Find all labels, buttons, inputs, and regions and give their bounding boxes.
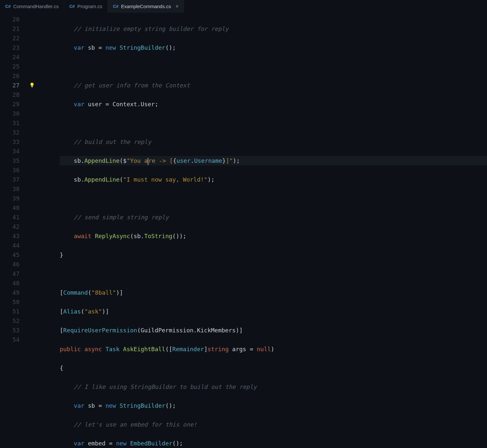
code-line[interactable]: // build out the reply	[60, 137, 487, 147]
line-number: 43	[0, 231, 19, 241]
line-number-gutter: 2021222324252627282930313233343536373839…	[0, 13, 29, 448]
code-line[interactable]: var sb = new StringBuilder();	[60, 401, 487, 410]
code-line[interactable]: // I like using StringBuilder to build o…	[60, 382, 487, 391]
csharp-icon: C#	[69, 4, 75, 9]
line-number: 20	[0, 15, 19, 24]
tab-command-handler[interactable]: C# CommandHandler.cs	[0, 0, 64, 13]
code-line[interactable]: {	[60, 363, 487, 373]
line-number: 49	[0, 288, 19, 297]
line-number: 53	[0, 326, 19, 335]
line-number: 27	[0, 81, 19, 90]
line-number: 33	[0, 137, 19, 147]
line-number: 24	[0, 52, 19, 62]
glyph-margin: 💡	[29, 13, 35, 448]
line-number: 47	[0, 269, 19, 278]
code-line[interactable]: // send simple string reply	[60, 212, 487, 222]
code-line[interactable]: [RequireUserPermission(GuildPermission.K…	[60, 326, 487, 335]
code-area[interactable]: // initialize empty string builder for r…	[35, 13, 487, 448]
code-line[interactable]: await ReplyAsync(sb.ToString());	[60, 231, 487, 241]
line-number: 23	[0, 43, 19, 52]
code-line[interactable]: [Alias("ask")]	[60, 307, 487, 316]
line-number: 32	[0, 128, 19, 137]
line-number: 28	[0, 90, 19, 99]
code-line[interactable]: // get user info from the Context	[60, 81, 487, 90]
code-line[interactable]: // initialize empty string builder for r…	[60, 24, 487, 33]
code-line[interactable]	[60, 269, 487, 278]
tab-label: CommandHandler.cs	[13, 4, 59, 9]
line-number: 30	[0, 109, 19, 118]
line-number: 52	[0, 316, 19, 326]
code-line[interactable]: [Command("8ball")]	[60, 288, 487, 297]
code-line[interactable]: }	[60, 250, 487, 260]
code-line[interactable]: var sb = new StringBuilder();	[60, 43, 487, 52]
line-number: 26	[0, 71, 19, 81]
line-number: 21	[0, 24, 19, 33]
line-number: 29	[0, 99, 19, 109]
close-icon[interactable]: ×	[176, 4, 179, 9]
code-line[interactable]: var embed = new EmbedBuilder();	[60, 439, 487, 448]
line-number: 50	[0, 297, 19, 307]
line-number: 34	[0, 147, 19, 156]
line-number: 36	[0, 165, 19, 175]
line-number: 25	[0, 62, 19, 71]
line-number: 31	[0, 118, 19, 128]
line-number: 51	[0, 307, 19, 316]
line-number: 38	[0, 184, 19, 194]
line-number: 54	[0, 335, 19, 344]
line-number: 44	[0, 241, 19, 250]
code-line[interactable]	[60, 62, 487, 71]
line-number: 46	[0, 260, 19, 269]
tab-bar: C# CommandHandler.cs C# Program.cs C# Ex…	[0, 0, 487, 13]
line-number: 41	[0, 212, 19, 222]
line-number: 39	[0, 194, 19, 203]
tab-label: ExampleCommands.cs	[121, 4, 171, 9]
line-number: 48	[0, 278, 19, 288]
line-number: 42	[0, 222, 19, 231]
line-number: 22	[0, 33, 19, 43]
text-cursor	[148, 158, 148, 165]
editor[interactable]: 2021222324252627282930313233343536373839…	[0, 13, 487, 448]
lightbulb-icon[interactable]: 💡	[29, 81, 35, 90]
line-number: 35	[0, 156, 19, 165]
csharp-icon: C#	[5, 4, 11, 9]
code-line[interactable]: public async Task AskEightBall([Remainde…	[60, 344, 487, 354]
line-number: 45	[0, 250, 19, 260]
tab-program[interactable]: C# Program.cs	[64, 0, 108, 13]
tab-label: Program.cs	[77, 4, 102, 9]
code-line[interactable]: sb.AppendLine("I must now say, World!");	[60, 175, 487, 184]
code-line[interactable]: // let's use an embed for this one!	[60, 420, 487, 429]
csharp-icon: C#	[113, 4, 119, 9]
code-line[interactable]	[60, 118, 487, 128]
line-number: 37	[0, 175, 19, 184]
tab-example-commands[interactable]: C# ExampleCommands.cs ×	[108, 0, 184, 13]
code-line[interactable]: var user = Context.User;	[60, 99, 487, 109]
code-line-active[interactable]: sb.AppendLine($"You are -> [{user.Userna…	[60, 156, 487, 165]
code-line[interactable]	[60, 194, 487, 203]
line-number: 40	[0, 203, 19, 212]
